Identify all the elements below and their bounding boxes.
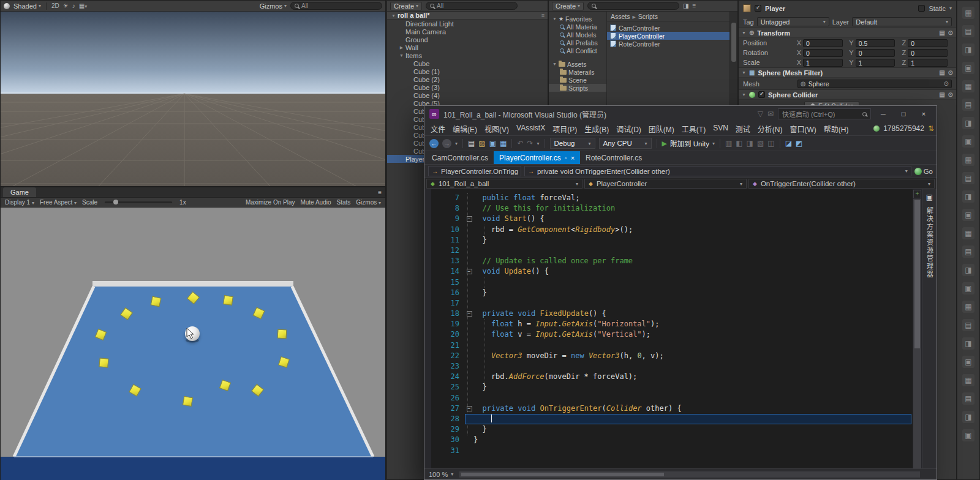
code-line-21[interactable]: 21 — [433, 340, 913, 351]
mesh-filter-header[interactable]: ▼ ▦ Sphere (Mesh Filter) ▤ ⊙ — [739, 67, 956, 78]
dock-strip-icon[interactable]: ▦ — [962, 7, 974, 19]
breadcrumb-assets[interactable]: Assets — [611, 13, 630, 20]
save-all-icon[interactable]: ▦ — [500, 139, 507, 148]
aspect-dropdown[interactable]: Free Aspect ▾ — [40, 199, 77, 206]
file-playercontroller[interactable]: PlayerController — [607, 32, 729, 40]
maximize-on-play-toggle[interactable]: Maximize On Play — [246, 199, 295, 206]
code-line-31[interactable]: 31 — [433, 446, 913, 456]
position-x-field[interactable]: 0 — [803, 39, 843, 47]
menu-p[interactable]: 项目(P) — [549, 122, 581, 135]
hierarchy-item-ground[interactable]: Ground — [387, 36, 548, 43]
hierarchy-item-items[interactable]: ▼Items — [387, 51, 548, 59]
open-file-icon[interactable]: ▨ — [478, 139, 485, 148]
feedback-icon[interactable]: ✉ — [767, 110, 774, 118]
file-rotecontroller[interactable]: RoteController — [607, 40, 729, 48]
object-picker-icon[interactable]: ⊙ — [944, 80, 949, 87]
dock-strip-icon[interactable]: ◨ — [962, 190, 974, 203]
active-checkbox[interactable] — [755, 5, 761, 12]
mesh-field[interactable]: ◍ Sphere ⊙ — [797, 80, 952, 88]
tab-game[interactable]: Game — [3, 187, 36, 197]
favorite-all-models[interactable]: All Models — [549, 31, 606, 39]
vax-go-button[interactable]: Go — [914, 168, 933, 175]
split-editor-button[interactable]: + — [913, 190, 921, 198]
code-line-8[interactable]: 8 // Use this for initialization — [433, 203, 913, 214]
menu-v[interactable]: 视图(V) — [481, 122, 513, 135]
solution-explorer-icon[interactable]: ▣ — [926, 193, 933, 201]
dock-strip-icon[interactable]: ▦ — [962, 154, 974, 166]
code-line-7[interactable]: 7 public float forceVal; — [433, 193, 913, 203]
close-tab-icon[interactable]: × — [571, 154, 575, 162]
menu-d[interactable]: 调试(D) — [612, 122, 645, 135]
project-create-button[interactable]: Create▾ — [552, 2, 584, 10]
rotation-z-field[interactable]: 0 — [908, 49, 948, 57]
new-file-icon[interactable]: ▤ — [468, 139, 475, 148]
expand-arrow-icon[interactable]: ▼ — [551, 62, 559, 66]
code-line-26[interactable]: 26 — [433, 393, 913, 403]
menu-vassistx[interactable]: VAssistX — [513, 122, 549, 135]
maximize-button[interactable]: □ — [895, 108, 911, 120]
mute-audio-toggle[interactable]: Mute Audio — [300, 199, 331, 206]
menu-svn[interactable]: SVN — [709, 122, 732, 135]
help-icon[interactable]: ▤ — [939, 29, 944, 36]
column-toggle-icon[interactable]: ◨ — [683, 2, 688, 9]
zoom-dropdown[interactable]: 100 %▾ — [424, 471, 458, 478]
vax-member-dropdown[interactable]: → private void OnTriggerEnter(Collider o… — [524, 166, 911, 176]
code-line-25[interactable]: 25 } — [433, 382, 913, 392]
code-line-19[interactable]: 19 float h = Input.GetAxis("Horizontal")… — [433, 319, 913, 329]
menu-h[interactable]: 帮助(H) — [820, 122, 853, 135]
dock-strip-icon[interactable]: ▤ — [962, 172, 974, 184]
code-line-23[interactable]: 23 — [433, 361, 913, 372]
quick-launch-input[interactable]: 快速启动 (Ctrl+Q) — [778, 108, 871, 119]
editor-vertical-scrollbar[interactable]: + — [913, 189, 922, 468]
hierarchy-item-cube-2[interactable]: Cube (2) — [387, 75, 548, 83]
code-line-24[interactable]: 24 rbd.AddForce(moveDir * forceVal); — [433, 372, 913, 382]
tab-camcontroller-cs[interactable]: CamController.cs — [426, 151, 494, 164]
2d-toggle[interactable]: 2D — [51, 2, 59, 9]
chevron-down-icon[interactable]: ▾ — [455, 141, 458, 146]
vax-scope-dropdown[interactable]: → PlayerController.OnTrigg▾ — [428, 166, 521, 176]
undo-icon[interactable]: ↶ — [517, 139, 523, 148]
code-line-29[interactable]: 29 } — [433, 424, 913, 435]
scale-y-field[interactable]: 1 — [856, 59, 895, 67]
dock-strip-icon[interactable]: ▤ — [962, 99, 974, 111]
hierarchy-create-button[interactable]: Create▾ — [390, 2, 422, 10]
menu-[interactable]: 文件 — [427, 122, 449, 135]
hierarchy-item-main-camera[interactable]: Main Camera — [387, 28, 548, 36]
comment-icon[interactable]: ◪ — [785, 139, 792, 148]
platform-dropdown[interactable]: Any CPU▾ — [599, 138, 652, 149]
hierarchy-item-directional-light[interactable]: Directional Light — [387, 20, 548, 28]
dock-strip-icon[interactable]: ◨ — [962, 411, 974, 423]
breadcrumb-scripts[interactable]: Scripts — [638, 13, 658, 20]
dock-strip-icon[interactable]: ▤ — [962, 25, 974, 37]
tag-dropdown[interactable]: Untagged▾ — [757, 17, 829, 26]
scale-x-field[interactable]: 1 — [803, 59, 843, 67]
shaded-dropdown[interactable]: Shaded▾ — [13, 2, 41, 10]
code-line-13[interactable]: 13 // Update is called once per frame — [433, 256, 913, 266]
dock-strip-icon[interactable]: ▣ — [962, 356, 974, 368]
panel-menu-icon[interactable]: ≡ — [693, 2, 696, 9]
dock-strip-icon[interactable]: ▣ — [962, 282, 974, 294]
hierarchy-item-wall[interactable]: ▶Wall — [387, 43, 548, 51]
scrollbar-thumb[interactable] — [461, 473, 664, 476]
favorite-all-conflict[interactable]: All Conflict — [549, 47, 606, 54]
folder-scripts[interactable]: Scripts — [549, 84, 606, 92]
tab-playercontroller-cs[interactable]: PlayerController.cs◦× — [494, 151, 580, 164]
dock-strip-icon[interactable]: ▦ — [962, 227, 974, 239]
code-line-10[interactable]: 10 rbd = GetComponent<Rigidbody>(); — [433, 225, 913, 235]
scene-menu-icon[interactable]: ≡ — [541, 12, 545, 18]
gear-icon[interactable]: ⊙ — [948, 29, 953, 36]
navigate-forward-icon[interactable]: → — [442, 139, 451, 148]
scene-search-input[interactable]: All — [290, 2, 382, 10]
chevron-down-icon[interactable]: ▾ — [537, 141, 540, 146]
redo-icon[interactable]: ↷ — [527, 139, 533, 148]
expand-arrow-icon[interactable]: ▼ — [390, 13, 398, 18]
code-line-11[interactable]: 11 } — [433, 235, 913, 246]
menu-[interactable]: 测试 — [732, 122, 754, 135]
dock-strip-icon[interactable]: ▤ — [962, 319, 974, 331]
folder-materails[interactable]: Materails — [549, 68, 606, 76]
expand-arrow-icon[interactable]: ▼ — [398, 53, 405, 58]
code-line-30[interactable]: 30} — [433, 435, 913, 445]
position-z-field[interactable]: 0 — [908, 39, 948, 47]
project-dropdown[interactable]: ◆ 101_Roll_a_ball▾ — [426, 179, 582, 189]
stop-icon[interactable]: ◧ — [736, 139, 742, 148]
